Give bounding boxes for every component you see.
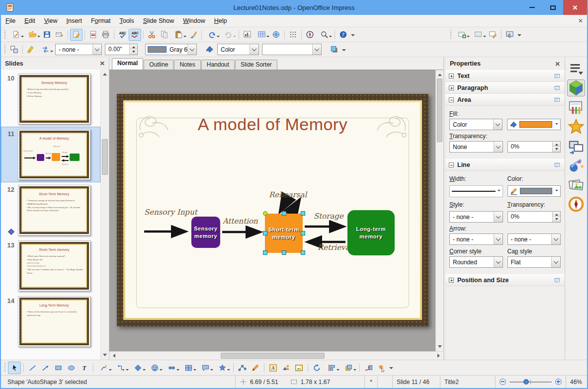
line-width-stepper[interactable]: 0.00" <box>105 44 138 55</box>
dropdown-arrow-icon[interactable] <box>183 36 186 39</box>
line-transparency-stepper[interactable]: 0% <box>507 211 561 223</box>
dropdown-arrow-icon[interactable] <box>555 190 558 193</box>
redo-button[interactable] <box>220 29 237 41</box>
toolbar-more-button[interactable] <box>516 29 523 41</box>
dropdown-arrow-icon[interactable] <box>266 36 269 39</box>
alignment-button[interactable] <box>323 362 340 374</box>
toolbar-more-button[interactable] <box>388 362 395 374</box>
slide-thumbnail-row[interactable]: 14 Long-Term Memory ▪ Stores all the inf… <box>1 294 100 349</box>
spin-up-button[interactable] <box>553 212 560 217</box>
dropdown-arrow-icon[interactable] <box>143 369 146 372</box>
dropdown-arrow-icon[interactable] <box>160 369 163 372</box>
sidebar-tab[interactable] <box>567 79 585 96</box>
arrow-style-button[interactable] <box>37 44 54 56</box>
new-slide-button[interactable] <box>454 29 470 41</box>
gallery-button[interactable] <box>292 362 305 374</box>
fontwork-button[interactable]: A <box>266 362 279 374</box>
combo-open-button[interactable] <box>187 44 196 55</box>
slides-panel-scrollbar[interactable] <box>100 70 109 360</box>
line-button[interactable] <box>26 362 39 374</box>
slide-design-button[interactable] <box>487 29 499 41</box>
slide-thumbnail-row[interactable]: 11 A model of Memory Sensory Input Atten… <box>1 127 100 182</box>
dropdown-arrow-icon[interactable] <box>210 369 213 372</box>
toolbar-grip[interactable] <box>449 30 452 40</box>
view-tab[interactable]: Notes <box>174 60 200 70</box>
slide-thumbnail[interactable]: Short-Term memory ▪ What's your Short-te… <box>18 240 90 291</box>
menu-item[interactable]: Format <box>86 15 115 26</box>
dropdown-arrow-icon[interactable] <box>193 369 196 372</box>
paste-button[interactable] <box>170 29 187 41</box>
combo-open-button[interactable] <box>92 44 101 55</box>
fill-button[interactable] <box>203 44 216 56</box>
expand-icon[interactable] <box>449 74 454 78</box>
line-button[interactable] <box>25 44 37 56</box>
scroll-down-icon[interactable] <box>438 345 442 350</box>
selection-handle-rotate[interactable] <box>263 211 267 216</box>
zoom-button[interactable] <box>316 29 333 41</box>
line-style-select[interactable]: - none - <box>449 211 503 223</box>
menu-item[interactable]: Window <box>178 15 209 26</box>
fill-type-select[interactable]: Color <box>449 119 503 130</box>
slide-thumbnail[interactable]: A model of Memory Sensory Input Attentio… <box>18 129 90 180</box>
slide-thumbnail[interactable]: Short-Term Memory ▪ Temporary storage fo… <box>18 185 90 235</box>
slide-thumbnail-row[interactable]: 10 Sensory Memory ▪ A literal copy that … <box>1 71 100 127</box>
arrow-start-select[interactable]: - none - <box>449 233 503 245</box>
spin-down-button[interactable] <box>130 50 137 55</box>
cap-style-select[interactable]: Flat <box>507 256 561 268</box>
properties-close-button[interactable]: ✕ <box>555 60 560 68</box>
symbol-shapes-button[interactable] <box>146 362 163 374</box>
zoom-slider-thumb[interactable] <box>523 379 529 385</box>
spin-down-button[interactable] <box>553 147 560 153</box>
dropdown-arrow-icon[interactable] <box>233 36 236 39</box>
autospellcheck-button[interactable]: ABC <box>129 29 141 41</box>
connector-button[interactable] <box>112 362 129 374</box>
format-paintbrush-button[interactable] <box>187 29 199 41</box>
open-button[interactable] <box>24 29 41 41</box>
toolbar-more-button[interactable] <box>340 44 347 56</box>
combo-open-button[interactable] <box>494 234 503 244</box>
section-header-position-size[interactable]: Position and Size <box>445 274 565 286</box>
zoom-out-icon[interactable] <box>500 379 506 385</box>
selection-handle[interactable] <box>301 231 305 235</box>
selection-handle[interactable] <box>301 211 305 216</box>
combo-open-button[interactable] <box>494 142 503 152</box>
combo-open-button[interactable] <box>493 119 502 130</box>
line-color-select[interactable]: Gray 6 <box>145 44 197 55</box>
zoom-slider[interactable] <box>495 376 566 388</box>
combo-open-button[interactable] <box>494 257 503 267</box>
minimize-button[interactable] <box>521 0 542 15</box>
menu-item[interactable]: View <box>40 15 62 26</box>
send-email-button[interactable] <box>53 29 66 41</box>
slides-panel-close-button[interactable]: ✕ <box>100 60 105 67</box>
dropdown-arrow-icon[interactable] <box>555 123 558 126</box>
select-button[interactable] <box>8 362 21 374</box>
fill-style-select[interactable]: Color <box>217 44 259 55</box>
dropdown-arrow-icon[interactable] <box>217 36 220 39</box>
slide-show-button[interactable] <box>504 29 516 41</box>
view-tab[interactable]: Normal <box>112 58 143 70</box>
line-style-select[interactable]: - none - <box>55 44 102 55</box>
dialog-launcher-icon[interactable] <box>554 97 561 103</box>
selection-handle[interactable] <box>263 231 267 235</box>
menu-item[interactable]: Slide Show <box>139 15 179 26</box>
section-header-paragraph[interactable]: Paragraph <box>445 82 565 94</box>
slide-thumbnail[interactable]: Long-Term Memory ▪ Stores all the inform… <box>18 296 90 347</box>
dialog-launcher-icon[interactable] <box>554 162 561 168</box>
slide-canvas[interactable]: A model of Memory <box>117 94 428 326</box>
slide-thumbnail[interactable]: Sensory Memory ▪ A literal copy that fad… <box>18 74 90 124</box>
diagram-label-retrieval[interactable]: Retrieval <box>318 243 352 252</box>
section-header-area[interactable]: Area <box>445 94 565 106</box>
toolbar-grip[interactable] <box>3 363 6 373</box>
dropdown-arrow-icon[interactable] <box>353 369 356 372</box>
section-header-text[interactable]: Text <box>445 70 565 82</box>
scrollbar-thumb[interactable] <box>221 353 325 359</box>
scroll-right-icon[interactable] <box>437 354 442 358</box>
line-color-dropdown[interactable] <box>507 185 561 197</box>
spin-up-button[interactable] <box>130 44 137 50</box>
block-arrows-button[interactable] <box>163 362 180 374</box>
sidebar-tab[interactable] <box>567 118 585 135</box>
selection-handle[interactable] <box>282 211 286 216</box>
save-button[interactable] <box>41 29 53 41</box>
corner-style-select[interactable]: Rounded <box>449 256 503 268</box>
dropdown-arrow-icon[interactable] <box>483 36 486 39</box>
